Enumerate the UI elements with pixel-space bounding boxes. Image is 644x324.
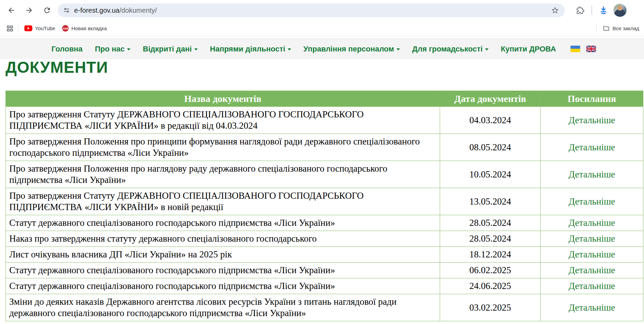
details-link[interactable]: Детальніше	[568, 196, 615, 207]
bookmark-youtube[interactable]: YouTube	[21, 24, 59, 33]
doc-name-cell: Статут державного спеціалізованого госпо…	[6, 278, 440, 294]
page-title: ДОКУМЕНТИ	[0, 59, 644, 75]
doc-link-cell: Детальніше	[541, 134, 643, 161]
chevron-down-icon	[288, 48, 291, 50]
back-button[interactable]	[3, 2, 19, 18]
details-link[interactable]: Детальніше	[568, 142, 615, 152]
doc-date-cell: 10.05.2024	[440, 161, 541, 188]
doc-name-cell: Про затвердження Статуту ДЕРЖАВНОГО СПЕЦ…	[6, 107, 440, 134]
url-domain: e-forest.gov.ua	[74, 7, 119, 14]
bookmarks-bar: YouTube Ask Новая вкладка Все заклад	[0, 21, 644, 36]
bookmark-new-tab[interactable]: Ask Новая вкладка	[59, 23, 110, 33]
chevron-down-icon	[127, 48, 130, 50]
nav-item-dlia-hromadskosti[interactable]: Для громадськості	[412, 45, 488, 54]
nav-label: Управління персоналом	[303, 45, 394, 54]
chevron-down-icon	[194, 48, 198, 50]
table-row: Зміни до деяких наказів Державного агент…	[6, 294, 643, 321]
nav-label: Купити ДРОВА	[501, 45, 556, 54]
nav-item-upravlinnia-personalom[interactable]: Управління персоналом	[303, 45, 400, 54]
reload-icon	[43, 6, 51, 14]
table-row: Статут державного спеціалізованого госпо…	[6, 263, 643, 278]
doc-name-cell: Лист очікувань власника ДП «Ліси України…	[6, 247, 440, 263]
doc-link-cell: Детальніше	[541, 188, 643, 215]
nav-item-pro-nas[interactable]: Про нас	[95, 45, 130, 54]
chevron-down-icon	[485, 48, 488, 50]
profile-avatar[interactable]	[613, 4, 626, 17]
extensions-puzzle-icon	[576, 6, 584, 14]
doc-name-cell: Статут державного спеціалізованого госпо…	[6, 263, 440, 278]
apps-grid-icon	[7, 25, 13, 32]
nav-label: Головна	[51, 45, 82, 54]
flag-ukraine-icon[interactable]	[571, 46, 580, 52]
doc-link-cell: Детальніше	[541, 294, 643, 321]
doc-link-cell: Детальніше	[541, 215, 643, 231]
nav-label: Напрями діяльності	[210, 45, 285, 54]
extensions-button[interactable]	[572, 2, 588, 18]
documents-table: Назва документів Дата документів Посилан…	[5, 91, 643, 321]
table-header-row: Назва документів Дата документів Посилан…	[6, 91, 643, 107]
details-link[interactable]: Детальніше	[568, 302, 615, 313]
doc-link-cell: Детальніше	[541, 107, 643, 134]
nav-item-kupyty-drova[interactable]: Купити ДРОВА	[501, 45, 556, 54]
doc-link-cell: Детальніше	[541, 263, 643, 278]
doc-link-cell: Детальніше	[541, 278, 643, 294]
nav-label: Відкриті дані	[143, 45, 192, 54]
doc-date-cell: 03.02.2025	[440, 294, 541, 321]
details-link[interactable]: Детальніше	[568, 249, 615, 259]
flag-uk-icon[interactable]	[586, 46, 596, 52]
doc-name-cell: Про затвердження Положення про принципи …	[6, 134, 440, 161]
forward-button[interactable]	[21, 2, 37, 18]
column-header-name: Назва документів	[6, 91, 440, 107]
back-arrow-icon	[7, 6, 15, 14]
ask-icon: Ask	[62, 25, 69, 32]
details-link[interactable]: Детальніше	[568, 233, 615, 244]
details-link[interactable]: Детальніше	[568, 115, 615, 125]
nav-item-napriamy-diialnosti[interactable]: Напрями діяльності	[210, 45, 291, 54]
downloads-button[interactable]	[596, 2, 611, 18]
doc-name-cell: Про затвердження Положення про наглядову…	[6, 161, 440, 188]
doc-date-cell: 04.03.2024	[440, 107, 541, 134]
table-row: Про затвердження Положення про принципи …	[6, 134, 643, 161]
star-icon	[551, 6, 559, 14]
all-bookmarks-button[interactable]: Все заклад	[599, 24, 639, 33]
url-text: e-forest.gov.ua/dokumenty/	[74, 7, 157, 14]
youtube-icon	[24, 25, 32, 31]
bookmarks-right: Все заклад	[594, 24, 639, 33]
doc-date-cell: 28.05.2024	[440, 231, 541, 247]
doc-link-cell: Детальніше	[541, 161, 643, 188]
url-path: /dokumenty/	[119, 7, 157, 14]
nav-label: Для громадськості	[412, 45, 483, 54]
bookmarks-divider	[18, 25, 18, 32]
table-row: Наказ про затвердження статуту державног…	[6, 231, 643, 247]
nav-label: Про нас	[95, 45, 125, 54]
table-row: Статут державного спеціалізованого госпо…	[6, 278, 643, 294]
doc-link-cell: Детальніше	[541, 231, 643, 247]
table-row: Статут державного спеціалізованого госпо…	[6, 215, 643, 231]
doc-date-cell: 08.05.2024	[440, 134, 541, 161]
nav-item-holovna[interactable]: Головна	[51, 45, 82, 54]
doc-date-cell: 28.05.2024	[440, 215, 541, 231]
bookmark-star-button[interactable]	[551, 6, 559, 14]
doc-name-cell: Про затвердження Статуту ДЕРЖАВНОГО СПЕЦ…	[6, 188, 440, 215]
doc-date-cell: 18.12.2024	[440, 247, 541, 263]
download-icon	[599, 6, 608, 15]
address-bar[interactable]: e-forest.gov.ua/dokumenty/	[58, 3, 565, 17]
browser-toolbar: e-forest.gov.ua/dokumenty/	[0, 0, 644, 21]
table-row: Про затвердження Положення про наглядову…	[6, 161, 643, 188]
chevron-down-icon	[396, 48, 400, 50]
details-link[interactable]: Детальніше	[568, 265, 615, 275]
forward-arrow-icon	[25, 6, 33, 14]
details-link[interactable]: Детальніше	[568, 169, 615, 180]
table-row: Лист очікувань власника ДП «Ліси України…	[6, 247, 643, 263]
doc-name-cell: Зміни до деяких наказів Державного агент…	[6, 294, 440, 321]
folder-icon	[603, 25, 610, 31]
nav-item-vidkryti-dani[interactable]: Відкриті дані	[143, 45, 198, 54]
toolbar-divider	[591, 6, 592, 15]
details-link[interactable]: Детальніше	[568, 218, 615, 228]
apps-grid-button[interactable]	[5, 23, 15, 34]
site-info-icon[interactable]	[63, 7, 70, 14]
doc-date-cell: 24.06.2025	[440, 278, 541, 294]
bookmarks-divider	[596, 25, 597, 32]
reload-button[interactable]	[39, 2, 55, 18]
details-link[interactable]: Детальніше	[568, 281, 615, 291]
